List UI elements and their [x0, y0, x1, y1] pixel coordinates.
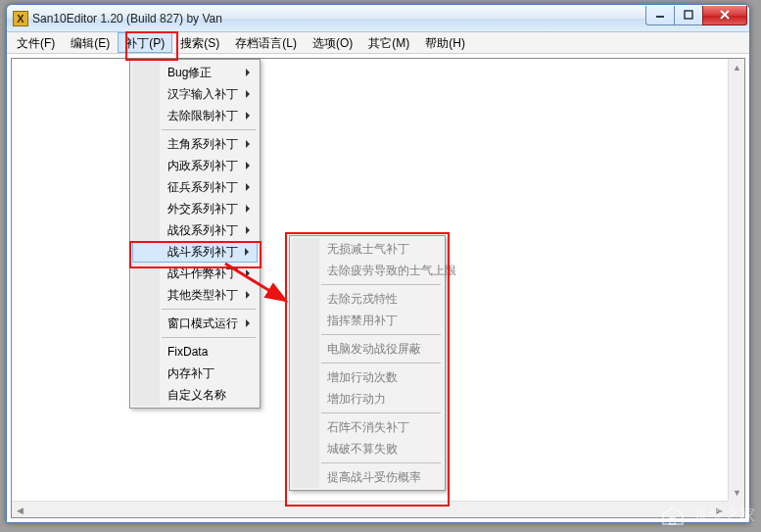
dropdown-item[interactable]: FixData [160, 341, 258, 363]
dropdown-item-label: 征兵系列补丁 [167, 179, 238, 196]
menu-search[interactable]: 搜索(S) [172, 32, 227, 53]
chevron-right-icon [245, 248, 249, 256]
dropdown-item[interactable]: 汉字输入补丁 [160, 83, 258, 105]
chevron-right-icon [246, 90, 250, 98]
submenu-item[interactable]: 电脑发动战役屏蔽 [319, 338, 443, 360]
dropdown-item[interactable]: 外交系列补丁 [160, 198, 258, 219]
chevron-right-icon [246, 226, 250, 234]
menu-separator [162, 309, 256, 310]
dropdown-item[interactable]: 其他类型补丁 [160, 284, 258, 306]
menu-separator [162, 129, 256, 130]
maximize-icon [684, 10, 693, 20]
submenu-item[interactable]: 增加行动次数 [319, 366, 443, 388]
battle-submenu: 无损减士气补丁去除疲劳导致的士气上限去除元戎特性指挥禁用补丁电脑发动战役屏蔽增加… [289, 235, 446, 491]
menu-edit[interactable]: 编辑(E) [63, 32, 118, 53]
chevron-right-icon [246, 140, 250, 148]
dropdown-item-label: 主角系列补丁 [167, 136, 238, 153]
dropdown-item-label: 外交系列补丁 [167, 201, 238, 218]
menu-separator [321, 334, 441, 335]
submenu-item[interactable]: 去除元戎特性 [319, 288, 443, 310]
dropdown-item[interactable]: 去除限制补丁 [160, 105, 258, 126]
dropdown-item-label: 汉字输入补丁 [167, 86, 238, 103]
dropdown-item[interactable]: 战斗系列补丁 [132, 241, 258, 263]
dropdown-item[interactable]: 主角系列补丁 [160, 133, 258, 155]
dropdown-item-label: 内政系列补丁 [167, 158, 238, 174]
menu-separator [321, 284, 441, 285]
menu-separator [321, 462, 441, 463]
menu-options[interactable]: 选项(O) [305, 32, 360, 53]
close-button[interactable] [702, 6, 747, 25]
scroll-right-icon: ▶ [711, 502, 728, 518]
dropdown-item[interactable]: 征兵系列补丁 [160, 176, 258, 198]
submenu-item-label: 石阵不消失补丁 [327, 419, 409, 436]
dropdown-item[interactable]: 内政系列补丁 [160, 155, 258, 176]
dropdown-item[interactable]: 窗口模式运行 [160, 313, 258, 334]
dropdown-item-label: 战斗系列补丁 [167, 244, 238, 261]
dropdown-item[interactable]: Bug修正 [160, 62, 258, 83]
submenu-item-label: 城破不算失败 [327, 441, 398, 458]
titlebar[interactable]: X San10Editor 1.20 (Build 827) by Van [7, 5, 749, 32]
app-window: X San10Editor 1.20 (Build 827) by Van 文件… [6, 4, 750, 523]
app-icon: X [13, 11, 28, 26]
submenu-item-label: 去除疲劳导致的士气上限 [327, 263, 456, 279]
close-icon [719, 10, 731, 20]
dropdown-item-label: 战斗作弊补丁 [167, 266, 238, 282]
dropdown-item-label: 自定义名称 [167, 387, 226, 404]
dropdown-item-label: FixData [167, 345, 208, 359]
submenu-item[interactable]: 指挥禁用补丁 [319, 310, 443, 331]
window-title: San10Editor 1.20 (Build 827) by Van [32, 12, 222, 25]
menu-savelang[interactable]: 存档语言(L) [227, 32, 305, 53]
scroll-left-icon: ◀ [12, 502, 28, 518]
chevron-right-icon [246, 205, 250, 213]
submenu-item-label: 电脑发动战役屏蔽 [327, 341, 421, 358]
menu-separator [162, 337, 256, 338]
menu-patch[interactable]: 补丁(P) [118, 32, 172, 53]
submenu-item[interactable]: 石阵不消失补丁 [319, 416, 443, 438]
submenu-item-label: 无损减士气补丁 [327, 241, 409, 258]
dropdown-item[interactable]: 战斗作弊补丁 [160, 263, 258, 284]
scrollbar-horizontal[interactable]: ◀ ▶ [12, 501, 728, 517]
submenu-item-label: 增加行动次数 [327, 369, 398, 386]
patch-dropdown: Bug修正汉字输入补丁去除限制补丁主角系列补丁内政系列补丁征兵系列补丁外交系列补… [129, 59, 261, 409]
submenu-item-label: 去除元戎特性 [327, 291, 398, 308]
submenu-item[interactable]: 提高战斗受伤概率 [319, 466, 443, 488]
submenu-item[interactable]: 增加行动力 [319, 388, 443, 410]
chevron-right-icon [246, 112, 250, 120]
scroll-up-icon: ▲ [729, 59, 745, 75]
menu-help[interactable]: 帮助(H) [417, 32, 473, 53]
scrollbar-vertical[interactable]: ▲ ▼ [728, 59, 744, 501]
dropdown-item-label: 去除限制补丁 [167, 108, 238, 124]
dropdown-item[interactable]: 内存补丁 [160, 363, 258, 384]
submenu-item-label: 指挥禁用补丁 [327, 313, 398, 329]
scroll-down-icon: ▼ [729, 484, 745, 501]
chevron-right-icon [246, 269, 250, 277]
scroll-corner [728, 501, 744, 517]
dropdown-item-label: Bug修正 [167, 65, 212, 81]
dropdown-item-label: 战役系列补丁 [167, 222, 238, 239]
submenu-item-label: 增加行动力 [327, 391, 386, 408]
menu-separator [321, 363, 441, 363]
dropdown-item[interactable]: 战役系列补丁 [160, 219, 258, 241]
submenu-item-label: 提高战斗受伤概率 [327, 469, 421, 486]
submenu-item[interactable]: 无损减士气补丁 [319, 238, 443, 260]
menu-other[interactable]: 其它(M) [360, 32, 417, 53]
chevron-right-icon [246, 319, 250, 327]
svg-rect-1 [685, 11, 692, 19]
dropdown-item[interactable]: 自定义名称 [160, 384, 258, 406]
menu-file[interactable]: 文件(F) [9, 32, 63, 53]
minimize-button[interactable] [645, 6, 675, 25]
chevron-right-icon [246, 162, 250, 169]
chevron-right-icon [246, 291, 250, 299]
dropdown-item-label: 内存补丁 [167, 365, 214, 382]
window-controls [646, 6, 747, 25]
submenu-item[interactable]: 城破不算失败 [319, 438, 443, 459]
menubar: 文件(F) 编辑(E) 补丁(P) 搜索(S) 存档语言(L) 选项(O) 其它… [7, 32, 749, 54]
maximize-button[interactable] [674, 6, 703, 25]
chevron-right-icon [246, 183, 250, 191]
minimize-icon [655, 10, 665, 20]
menu-separator [321, 412, 441, 413]
dropdown-item-label: 窗口模式运行 [167, 315, 238, 332]
dropdown-item-label: 其他类型补丁 [167, 287, 238, 304]
chevron-right-icon [246, 69, 250, 76]
submenu-item[interactable]: 去除疲劳导致的士气上限 [319, 260, 443, 281]
